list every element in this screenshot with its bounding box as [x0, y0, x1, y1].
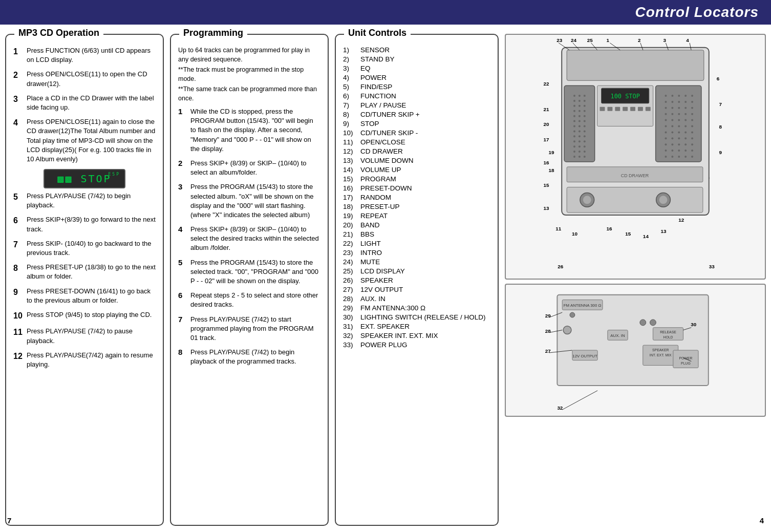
- bottom-diagram-svg: FM ANTENNA 300 Ω AUX. IN 12V OUTPUT RELE…: [506, 285, 765, 416]
- svg-point-92: [691, 113, 693, 115]
- unit-control-label: INTRO: [360, 249, 382, 257]
- unit-control-label: EXT. SPEAKER: [360, 323, 410, 330]
- svg-point-38: [584, 100, 586, 102]
- svg-point-41: [584, 105, 586, 107]
- svg-point-142: [583, 196, 591, 204]
- svg-point-119: [671, 150, 673, 152]
- mp3-item: 7Press SKIP- (10/40) to go backward to t…: [13, 239, 156, 258]
- programming-item-text: While the CD is stopped, press the PROGR…: [190, 107, 320, 154]
- unit-control-label: PROGRAM: [360, 175, 396, 183]
- mp3-item-number: 6: [13, 215, 23, 233]
- svg-point-71: [584, 156, 586, 158]
- svg-point-118: [665, 150, 667, 152]
- svg-point-124: [671, 156, 673, 158]
- unit-control-number: 29): [343, 304, 359, 312]
- svg-point-40: [579, 105, 581, 107]
- svg-point-81: [684, 101, 687, 103]
- programming-item-text: Repeat steps 2 - 5 to select and store o…: [190, 291, 320, 309]
- unit-control-item: 28)AUX. IN: [343, 295, 490, 303]
- unit-control-number: 24): [343, 258, 359, 266]
- svg-text:SPEAKER: SPEAKER: [652, 348, 669, 352]
- programming-intro-line: **The track must be programmed in the st…: [178, 66, 320, 83]
- unit-controls-items: 1)SENSOR2)STAND BY3)EQ4)POWER5)FIND/ESP6…: [343, 46, 490, 350]
- svg-point-50: [584, 120, 586, 122]
- unit-control-item: 13)VOLUME DOWN: [343, 157, 490, 164]
- svg-point-161: [563, 326, 571, 334]
- unit-control-number: 1): [343, 46, 359, 54]
- svg-point-105: [678, 131, 680, 133]
- svg-text:100 STOP: 100 STOP: [611, 93, 640, 100]
- svg-text:HOLD: HOLD: [663, 335, 673, 339]
- svg-point-76: [684, 95, 687, 97]
- svg-point-63: [573, 145, 575, 147]
- svg-point-144: [659, 196, 668, 204]
- lcd-text: ▩▩ STOP: [57, 172, 111, 186]
- unit-control-label: POWER: [360, 74, 387, 81]
- mp3-item: 4Press OPEN/CLOSE(11) again to close the…: [13, 117, 156, 164]
- unit-control-number: 21): [343, 230, 359, 238]
- unit-control-label: CD/TUNER SKIP +: [360, 111, 420, 118]
- svg-text:32: 32: [557, 405, 563, 411]
- svg-point-101: [684, 125, 687, 127]
- svg-point-91: [684, 113, 687, 115]
- svg-rect-131: [600, 107, 605, 111]
- svg-point-88: [665, 113, 667, 115]
- svg-line-185: [562, 391, 597, 410]
- unit-control-number: 11): [343, 138, 359, 146]
- unit-control-number: 14): [343, 166, 359, 174]
- programming-item: 6Repeat steps 2 - 5 to select and store …: [178, 291, 320, 309]
- mp3-item-text: Place a CD in the CD Drawer with the lab…: [27, 94, 156, 112]
- mp3-item: 9Press PRESET-DOWN (16/41) to go back to…: [13, 287, 156, 305]
- unit-control-number: 10): [343, 129, 359, 137]
- unit-control-number: 13): [343, 157, 359, 164]
- unit-control-item: 9)STOP: [343, 120, 490, 127]
- programming-title: Programming: [179, 28, 247, 38]
- svg-text:6: 6: [717, 76, 720, 81]
- mp3-item: 11Press PLAY/PAUSE (7/42) to pause playb…: [13, 327, 156, 345]
- mp3-item-text: Press PLAY/PAUSE (7/42) to pause playbac…: [27, 327, 156, 345]
- svg-point-123: [665, 156, 667, 158]
- programming-item-text: Press PLAY/PAUSE (7/42) to begin playbac…: [190, 348, 320, 366]
- svg-point-48: [573, 120, 575, 122]
- svg-point-46: [579, 115, 581, 117]
- mp3-item: 3Place a CD in the CD Drawer with the la…: [13, 94, 156, 112]
- programming-item-text: Press the PROGRAM (15/43) to store the s…: [190, 258, 320, 286]
- svg-point-86: [684, 107, 687, 109]
- unit-control-label: CD/TUNER SKIP -: [360, 129, 418, 137]
- programming-item: 5Press the PROGRAM (15/43) to store the …: [178, 258, 320, 286]
- mp3-item-text: Press SKIP+(8/39) to go forward to the n…: [27, 215, 156, 233]
- svg-point-107: [691, 131, 693, 133]
- svg-point-85: [678, 107, 680, 109]
- svg-point-83: [665, 107, 667, 109]
- svg-rect-32: [564, 86, 595, 162]
- unit-control-number: 30): [343, 313, 359, 321]
- unit-control-item: 10)CD/TUNER SKIP -: [343, 129, 490, 137]
- page-title: Control Locators: [635, 4, 759, 20]
- unit-control-label: FIND/ESP: [360, 83, 392, 91]
- svg-point-108: [665, 137, 667, 139]
- unit-control-item: 26)SPEAKER: [343, 276, 490, 284]
- svg-text:19: 19: [548, 150, 554, 155]
- svg-point-67: [579, 151, 581, 153]
- mp3-section: MP3 CD Operation 1Press FUNCTION (6/63) …: [5, 34, 164, 526]
- svg-text:CD DRAWER: CD DRAWER: [621, 173, 649, 178]
- programming-item-number: 5: [178, 258, 186, 286]
- svg-point-33: [573, 95, 575, 97]
- svg-point-120: [678, 150, 680, 152]
- svg-rect-136: [638, 107, 643, 111]
- unit-control-number: 7): [343, 101, 359, 109]
- svg-text:1: 1: [606, 37, 609, 43]
- mp3-item: 12Press PLAY/PAUSE(7/42) again to resume…: [13, 351, 156, 369]
- unit-control-label: STAND BY: [360, 55, 395, 63]
- svg-rect-132: [607, 107, 612, 111]
- svg-point-95: [678, 119, 680, 121]
- svg-point-103: [665, 131, 667, 133]
- svg-text:FM ANTENNA 300 Ω: FM ANTENNA 300 Ω: [564, 303, 602, 308]
- mp3-item-text: Press OPEN/CLOSE(11) again to close the …: [27, 117, 156, 164]
- top-diagram-svg: 23 24 25 1 2 3 4 5 6 7 8 9 10 11 12 13 1…: [506, 35, 765, 279]
- svg-point-89: [671, 113, 673, 115]
- bottom-diagram: FM ANTENNA 300 Ω AUX. IN 12V OUTPUT RELE…: [505, 284, 766, 417]
- unit-control-item: 3)EQ: [343, 65, 490, 72]
- mp3-item-number: 4: [13, 117, 23, 164]
- unit-control-label: PRESET-UP: [360, 203, 400, 210]
